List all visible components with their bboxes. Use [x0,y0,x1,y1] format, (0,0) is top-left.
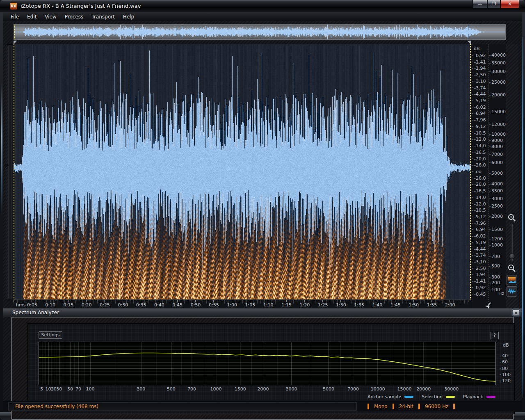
overview-waveform-panel[interactable] [14,24,506,40]
legend-swatch-icon [404,396,413,398]
zoom-slider[interactable] [511,224,513,261]
spectrum-analyzer-title: Spectrum Analyzer [12,310,59,315]
db-tick: -1,41 [474,278,486,284]
menu-bar: FileEditViewProcessTransportHelp [3,12,522,21]
freq-tick: 500 [491,263,500,269]
db-tick: -3,10 [474,259,486,265]
playhead-marker-icon[interactable] [5,163,9,168]
status-bar: File opened successfully (468 ms) Mono24… [3,401,522,411]
time-label: 1:30 [336,302,346,308]
title-bar[interactable]: RX iZotope RX - B A Stranger's Just A Fr… [0,0,525,12]
freq-tick: 3500 [491,188,503,194]
spectrum-db-axis: dB 406080100120 [498,342,514,385]
selection-start-line[interactable] [14,44,14,299]
status-field: Mono [374,404,388,409]
zoom-in-icon[interactable] [507,213,516,222]
freq-tick: 8000 [491,144,503,149]
maximize-button[interactable]: ❐ [487,0,500,9]
time-label: 1:15 [281,302,292,308]
overview-selection-start-marker [14,25,15,39]
app-logo-icon: RX [10,2,17,10]
menu-item-help[interactable]: Help [119,13,138,21]
spectrum-db-tick: 80 [502,365,508,371]
freq-tick: 7000 [491,152,503,157]
status-field: 24-bit [399,404,413,409]
db-tick: -oo [474,169,482,174]
spectrum-db-tick: 120 [502,378,511,383]
time-unit-label: hms [16,302,25,308]
spectrum-settings-button[interactable]: Settings [39,331,62,339]
spectrogram-view-button[interactable] [507,275,517,285]
status-message: File opened successfully (468 ms) [15,404,98,409]
menu-item-transport[interactable]: Transport [87,13,119,21]
freq-tick: 2000 [491,214,503,219]
minimize-button[interactable]: — [472,0,487,9]
time-label: 1:35 [354,302,364,308]
amplitude-db-scale: dB -0,92-1,41-1,94-2,50-3,10-3,74-4,44-5… [471,44,488,308]
spectrum-freq-tick: 500 [167,386,176,392]
time-label: 0:50 [191,302,201,308]
spectrum-freq-axis: 5102030507010030050070010001500200030005… [39,386,496,393]
spectrogram-view[interactable] [14,44,471,299]
vertical-scroll-track[interactable] [8,46,12,298]
zoom-out-icon[interactable] [507,264,516,273]
db-tick: -6,94 [474,227,486,232]
db-tick: -9,12 [474,214,486,219]
db-tick: -0,45 [474,291,486,297]
spectrum-freq-tick: 50 [67,386,73,392]
close-button[interactable]: ✕ [500,0,519,9]
spectrum-db-tick: 100 [502,372,511,377]
time-label: 0:25 [100,302,110,308]
db-tick: -2,50 [474,265,486,271]
spectrum-help-button[interactable]: ? [491,332,499,339]
time-label: 0:20 [82,302,92,308]
freq-tick: 35000 [491,60,506,66]
freq-tick: 6000 [491,160,503,165]
selection-end-handle-icon[interactable] [467,41,471,44]
menu-item-view[interactable]: View [41,13,60,21]
db-tick: -0,92 [474,285,486,290]
menu-item-process[interactable]: Process [61,13,88,21]
overview-waveform-canvas[interactable] [14,25,505,39]
status-fields: Mono24-bit96000 Hz [363,404,460,409]
legend-item: Selection [422,394,455,399]
freq-tick: 2500 [491,203,503,209]
window-left-border [0,12,3,412]
spectrum-freq-tick: 3000 [286,386,297,392]
time-label: 0:45 [172,302,183,308]
db-tick: -3,74 [474,253,486,258]
waveform-view-button[interactable] [507,286,517,297]
time-label: 1:20 [299,302,310,308]
time-ruler[interactable]: hms 0:050:100:150:200:250:300:350:400:45… [14,299,471,308]
selection-start-handle-icon[interactable] [14,41,17,44]
db-tick: -9,12 [474,123,486,129]
menu-item-edit[interactable]: Edit [23,13,41,21]
spectrum-freq-tick: 15000 [397,386,412,392]
db-tick: -12,0 [474,201,486,206]
menu-item-file[interactable]: File [7,13,23,21]
time-label: 0:15 [64,302,74,308]
spectrum-analyzer-close-button[interactable]: x [512,309,520,316]
zoom-slider-thumb[interactable] [509,253,515,259]
db-tick: -4,44 [474,91,486,97]
freq-tick: 9000 [491,138,503,143]
spectrogram-canvas[interactable] [14,44,471,299]
spectrum-db-tick: 60 [502,359,508,365]
time-label: 1:55 [427,302,437,308]
window-title: iZotope RX - B A Stranger's Just A Frien… [21,3,141,9]
time-ruler-major-ticks [14,300,471,302]
time-label: 0:10 [45,302,55,308]
db-tick: -12,0 [474,137,486,142]
freq-tick: 20000 [491,92,506,98]
freq-tick: 300 [491,274,500,280]
db-tick: -6,02 [474,104,486,110]
spectrum-freq-tick: 5000 [323,386,334,392]
time-label: 1:00 [227,302,237,308]
spectrum-freq-tick: 2000 [257,386,269,392]
freq-tick: 40000 [491,52,506,58]
db-tick: -5,19 [474,240,486,245]
spectrum-analyzer-header[interactable]: Spectrum Analyzer x [3,308,522,317]
db-tick: -14,0 [474,143,486,148]
spectrum-freq-tick: 20 [51,386,57,392]
application-window: RX iZotope RX - B A Stranger's Just A Fr… [0,0,525,420]
